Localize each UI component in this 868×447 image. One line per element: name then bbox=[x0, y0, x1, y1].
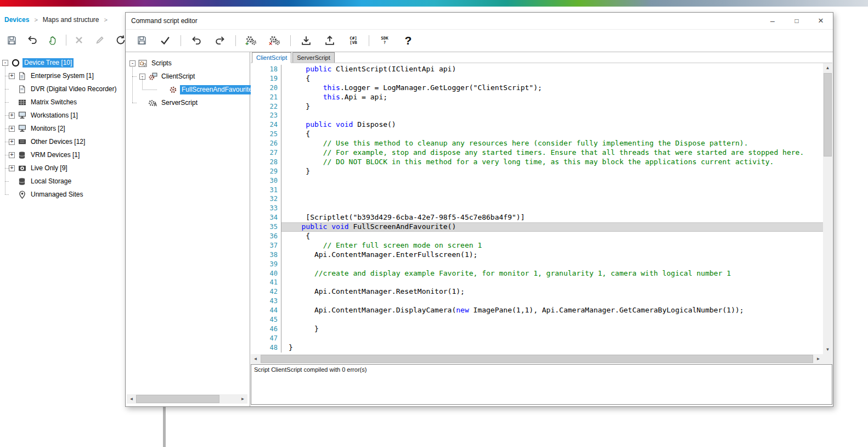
tree-item-label[interactable]: DVR (Digital Video Recorder) bbox=[29, 85, 119, 94]
tree-item-scripts[interactable]: -Scripts bbox=[127, 57, 249, 70]
panel-splitter[interactable] bbox=[163, 407, 166, 447]
tree-item-clientscript[interactable]: -ClientScript bbox=[127, 70, 249, 83]
code-line-25[interactable]: 25 { bbox=[251, 130, 823, 139]
expander-plus-icon[interactable]: + bbox=[9, 73, 15, 79]
script-tree-hscrollbar[interactable]: ◄ ► bbox=[127, 394, 247, 404]
code-line-40[interactable]: 40 //create and display example Favorite… bbox=[251, 269, 823, 278]
edit-button[interactable] bbox=[92, 32, 108, 48]
tree-item-label[interactable]: FullScreenAndFavourite bbox=[180, 85, 254, 94]
expander-minus-icon[interactable]: - bbox=[2, 60, 8, 66]
expander-minus-icon[interactable]: - bbox=[139, 74, 145, 80]
tree-item-label[interactable]: Live Only [9] bbox=[29, 164, 69, 173]
code-line-31[interactable]: 31 bbox=[251, 186, 823, 195]
add-scriptlet-button[interactable]: + bbox=[243, 32, 260, 49]
code-line-42[interactable]: 42 Api.ContentManager.ResetMonitor(1); bbox=[251, 287, 823, 297]
scrollbar-thumb[interactable] bbox=[261, 355, 813, 363]
undo-button[interactable] bbox=[188, 32, 205, 49]
tree-item-matrix-switches[interactable]: Matrix Switches bbox=[1, 96, 125, 109]
code-line-35[interactable]: 35 public void FullScreenAndFavourite() bbox=[251, 222, 823, 232]
tab-clientscript[interactable]: ClientScript bbox=[252, 52, 291, 63]
tab-serverscript[interactable]: ServerScript bbox=[292, 52, 335, 63]
redo-button[interactable] bbox=[212, 32, 228, 49]
tree-item-other-devices-12[interactable]: +Other Devices [12] bbox=[1, 135, 125, 148]
expander-plus-icon[interactable]: + bbox=[9, 165, 15, 171]
code-line-28[interactable]: 28 // DO NOT BLOCK in this method for a … bbox=[251, 158, 823, 167]
editor-vscrollbar[interactable]: ▲ ▼ bbox=[823, 63, 832, 354]
scroll-left-arrow-icon[interactable]: ◄ bbox=[127, 394, 136, 404]
code-line-43[interactable]: 43 bbox=[251, 297, 823, 306]
delete-scriptlet-button[interactable]: × bbox=[267, 32, 283, 49]
dialog-titlebar[interactable]: Command script editor –□× bbox=[126, 13, 833, 30]
undo-button[interactable] bbox=[24, 32, 41, 48]
code-line-21[interactable]: 21 this.Api = api; bbox=[251, 93, 823, 102]
close-button[interactable]: × bbox=[809, 13, 833, 29]
tree-item-serverscript[interactable]: ServerScript bbox=[127, 96, 249, 109]
scroll-left-arrow-icon[interactable]: ◄ bbox=[251, 354, 260, 364]
save-button[interactable] bbox=[3, 32, 20, 48]
tree-item-monitors-2[interactable]: +Monitors [2] bbox=[1, 122, 125, 135]
expander-plus-icon[interactable]: + bbox=[9, 113, 15, 119]
tree-item-label[interactable]: Device Tree [10] bbox=[22, 58, 74, 68]
code-line-46[interactable]: 46 } bbox=[251, 325, 823, 334]
code-line-48[interactable]: 48} bbox=[251, 343, 823, 353]
tree-item-label[interactable]: ClientScript bbox=[160, 72, 196, 81]
tree-item-dvr-digital-video-recorder[interactable]: DVR (Digital Video Recorder) bbox=[1, 82, 125, 96]
tree-item-vrm-devices-1[interactable]: +VRM Devices [1] bbox=[1, 148, 125, 161]
code-line-23[interactable]: 23 bbox=[251, 111, 823, 120]
tree-item-label[interactable]: Monitors [2] bbox=[29, 124, 67, 133]
delete-button[interactable] bbox=[71, 32, 87, 48]
tree-item-fullscreenandfavourite[interactable]: FullScreenAndFavourite bbox=[127, 83, 249, 96]
tree-item-label[interactable]: Local Storage bbox=[29, 177, 73, 186]
scroll-right-arrow-icon[interactable]: ► bbox=[238, 394, 247, 404]
code-line-20[interactable]: 20 this.Logger = LogManager.GetLogger("C… bbox=[251, 83, 823, 93]
code-line-32[interactable]: 32 bbox=[251, 194, 823, 204]
minimize-button[interactable]: – bbox=[760, 13, 785, 29]
code-line-18[interactable]: 18 public ClientScript(IClientApi api) bbox=[251, 65, 823, 74]
maximize-button[interactable]: □ bbox=[785, 13, 809, 29]
code-line-36[interactable]: 36 { bbox=[251, 232, 823, 241]
expander-plus-icon[interactable]: + bbox=[9, 126, 15, 132]
code-line-44[interactable]: 44 Api.ContentManager.DisplayCamera(new … bbox=[251, 306, 823, 315]
scroll-up-arrow-icon[interactable]: ▲ bbox=[823, 63, 832, 72]
code-line-19[interactable]: 19 { bbox=[251, 74, 823, 83]
expander-minus-icon[interactable]: - bbox=[129, 60, 136, 66]
scrollbar-thumb[interactable] bbox=[136, 395, 219, 403]
tree-item-label[interactable]: Enterprise System [1] bbox=[29, 71, 95, 81]
tree-item-label[interactable]: Matrix Switches bbox=[29, 98, 78, 107]
code-line-37[interactable]: 37 // Enter full screen mode on screen 1 bbox=[251, 241, 823, 250]
code-line-41[interactable]: 41 bbox=[251, 278, 823, 287]
code-line-26[interactable]: 26 // Use this method to cleanup any res… bbox=[251, 139, 823, 148]
tree-item-enterprise-system-1[interactable]: +Enterprise System [1] bbox=[1, 69, 125, 82]
tree-item-label[interactable]: Unmanaged Sites bbox=[29, 190, 84, 199]
import-script-button[interactable] bbox=[298, 32, 314, 49]
help-button[interactable]: ? bbox=[400, 32, 416, 49]
compile-check-button[interactable] bbox=[157, 32, 173, 49]
code-line-38[interactable]: 38 Api.ContentManager.EnterFullscreen(1)… bbox=[251, 250, 823, 260]
toggle-language-button[interactable]: C#][VB bbox=[345, 32, 362, 49]
tree-item-label[interactable]: Scripts bbox=[150, 59, 173, 68]
breadcrumb-item-maps-and-structure[interactable]: Maps and structure bbox=[43, 16, 99, 24]
code-line-30[interactable]: 30 bbox=[251, 176, 823, 186]
tree-item-unmanaged-sites[interactable]: Unmanaged Sites bbox=[1, 188, 125, 201]
expander-plus-icon[interactable]: + bbox=[9, 152, 15, 158]
editor-hscrollbar[interactable]: ◄ ► bbox=[251, 354, 823, 364]
export-script-button[interactable] bbox=[322, 32, 338, 49]
code-editor[interactable]: 18 public ClientScript(IClientApi api)19… bbox=[251, 63, 823, 354]
tree-item-local-storage[interactable]: Local Storage bbox=[1, 175, 125, 188]
tree-item-device-tree-10[interactable]: -Device Tree [10] bbox=[1, 56, 125, 69]
scroll-right-arrow-icon[interactable]: ► bbox=[814, 354, 823, 364]
expander-plus-icon[interactable]: + bbox=[9, 139, 15, 145]
code-line-29[interactable]: 29 } bbox=[251, 167, 823, 176]
code-line-45[interactable]: 45 bbox=[251, 315, 823, 325]
code-line-34[interactable]: 34 [Scriptlet("b393d429-6cba-42e7-98f5-4… bbox=[251, 213, 823, 222]
code-line-47[interactable]: 47 bbox=[251, 334, 823, 343]
breadcrumb-item-devices[interactable]: Devices bbox=[4, 16, 29, 24]
tree-item-label[interactable]: Workstations [1] bbox=[29, 111, 80, 120]
pan-button[interactable] bbox=[45, 32, 61, 48]
code-line-24[interactable]: 24 public void Dispose() bbox=[251, 120, 823, 130]
code-line-39[interactable]: 39 bbox=[251, 260, 823, 269]
tree-item-label[interactable]: VRM Devices [1] bbox=[29, 150, 81, 160]
tree-item-label[interactable]: ServerScript bbox=[160, 98, 199, 108]
save-script-button[interactable] bbox=[133, 32, 150, 49]
code-line-22[interactable]: 22 } bbox=[251, 102, 823, 111]
